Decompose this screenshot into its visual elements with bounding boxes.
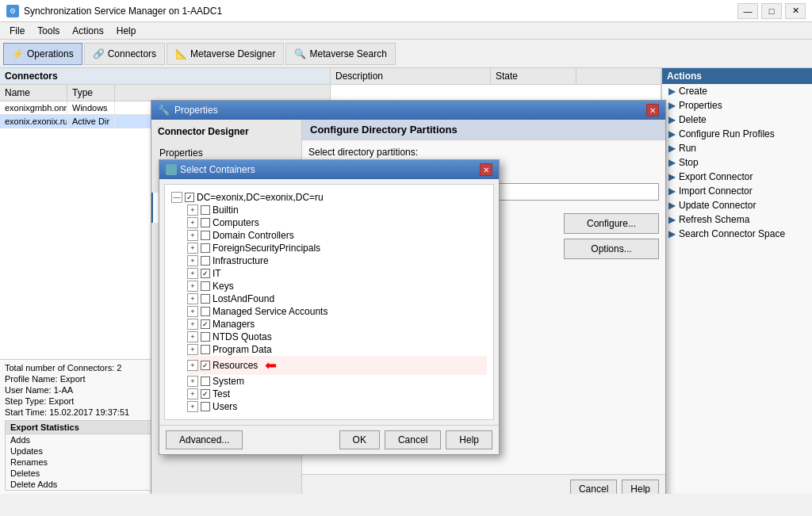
cancel-button-sc[interactable]: Cancel [385, 430, 441, 449]
tree-item-11[interactable]: + Program Data [187, 343, 487, 356]
tree-item-7[interactable]: + LostAndFound [187, 292, 487, 305]
checkbox-14[interactable]: ✓ [201, 389, 210, 399]
tree-item-8[interactable]: + Managed Service Accounts [187, 305, 487, 318]
tree-item-5[interactable]: + ✓ IT [187, 267, 487, 280]
expand-btn-15[interactable]: + [187, 401, 198, 412]
checkbox-3[interactable] [201, 243, 210, 253]
operations-button[interactable]: ⚡ Operations [3, 43, 82, 65]
checkbox-8[interactable] [201, 307, 210, 316]
connectors-button[interactable]: 🔗 Connectors [84, 43, 165, 65]
checkbox-0[interactable] [201, 205, 210, 215]
metaverse-designer-icon: 📐 [175, 48, 187, 59]
action-search-connector-space[interactable]: ▶ Search Connector Space [662, 227, 812, 241]
maximize-button[interactable]: □ [761, 3, 782, 19]
expand-btn-1[interactable]: + [187, 217, 198, 228]
action-configure-run-profiles[interactable]: ▶ Configure Run Profiles [662, 127, 812, 141]
root-checkbox[interactable]: ✓ [185, 193, 194, 202]
tree-item-3[interactable]: + ForeignSecurityPrincipals [187, 242, 487, 254]
tree-item-2[interactable]: + Domain Controllers [187, 229, 487, 242]
connector-type-1: Windows [67, 101, 115, 114]
checkbox-6[interactable] [201, 281, 210, 291]
window-title: Synchronization Service Manager on 1-AAD… [24, 6, 222, 17]
action-export-connector[interactable]: ▶ Export Connector [662, 170, 812, 184]
connectors-icon: 🔗 [93, 48, 105, 59]
menu-file[interactable]: File [3, 24, 31, 38]
action-update-connector[interactable]: ▶ Update Connector [662, 198, 812, 212]
minimize-button[interactable]: — [737, 3, 758, 19]
tree-item-6[interactable]: + Keys [187, 280, 487, 292]
checkbox-5[interactable]: ✓ [201, 269, 210, 278]
action-create[interactable]: ▶ Create [662, 84, 812, 98]
refresh-schema-icon: ▶ [668, 214, 676, 225]
root-expand-btn[interactable]: — [171, 192, 182, 203]
expand-btn-14[interactable]: + [187, 388, 198, 399]
tree-item-10[interactable]: + NTDS Quotas [187, 331, 487, 343]
options-button[interactable]: Options... [564, 239, 659, 259]
action-delete[interactable]: ▶ Delete [662, 113, 812, 127]
update-connector-icon: ▶ [668, 200, 676, 211]
configure-button[interactable]: Configure... [564, 213, 659, 234]
tree-item-14[interactable]: + ✓ Test [187, 388, 487, 400]
expand-btn-9[interactable]: + [187, 319, 198, 330]
checkbox-10[interactable] [201, 332, 210, 342]
checkbox-9[interactable]: ✓ [201, 319, 210, 329]
expand-btn-0[interactable]: + [187, 204, 198, 216]
menu-help[interactable]: Help [110, 24, 143, 38]
expand-btn-10[interactable]: + [187, 331, 198, 342]
checkbox-1[interactable] [201, 218, 210, 227]
action-run[interactable]: ▶ Run [662, 141, 812, 155]
tree-item-4[interactable]: + Infrastructure [187, 254, 487, 267]
expand-btn-13[interactable]: + [187, 376, 198, 387]
menu-actions[interactable]: Actions [66, 24, 109, 38]
menu-bar: File Tools Actions Help [0, 22, 812, 40]
menu-tools[interactable]: Tools [31, 24, 66, 38]
select-containers-dialog: Select Containers ✕ — ✓ DC=exonix,DC=exo… [159, 159, 500, 455]
tree-item-0[interactable]: + Builtin [187, 204, 487, 216]
expand-btn-12[interactable]: + [187, 360, 198, 371]
checkbox-15[interactable] [201, 402, 210, 411]
select-containers-close[interactable]: ✕ [480, 163, 492, 176]
metaverse-search-button[interactable]: 🔍 Metaverse Search [285, 43, 395, 65]
checkbox-4[interactable] [201, 256, 210, 266]
action-stop[interactable]: ▶ Stop [662, 155, 812, 170]
label-11: Program Data [213, 344, 272, 355]
expand-btn-4[interactable]: + [187, 255, 198, 266]
checkbox-2[interactable] [201, 231, 210, 240]
tree-item-13[interactable]: + System [187, 375, 487, 388]
checkbox-13[interactable] [201, 376, 210, 386]
advanced-button[interactable]: Advanced... [166, 430, 243, 449]
expand-btn-8[interactable]: + [187, 306, 198, 317]
tree-item-15[interactable]: + Users [187, 400, 487, 413]
expand-btn-7[interactable]: + [187, 293, 198, 304]
dialog-help-button[interactable]: Help [622, 480, 659, 494]
expand-btn-2[interactable]: + [187, 230, 198, 241]
properties-dialog-close[interactable]: ✕ [646, 104, 659, 117]
label-15: Users [213, 401, 237, 412]
ok-button[interactable]: OK [339, 430, 380, 449]
action-refresh-schema[interactable]: ▶ Refresh Schema [662, 212, 812, 227]
metaverse-designer-button[interactable]: 📐 Metaverse Designer [167, 43, 284, 65]
expand-btn-11[interactable]: + [187, 344, 198, 355]
action-import-connector[interactable]: ▶ Import Connector [662, 184, 812, 198]
checkbox-7[interactable] [201, 294, 210, 304]
tree-item-9[interactable]: + ✓ Managers [187, 318, 487, 331]
close-button[interactable]: ✕ [785, 3, 806, 19]
tree-root[interactable]: — ✓ DC=exonix,DC=exonix,DC=ru [171, 191, 487, 204]
action-properties[interactable]: ▶ Properties [662, 98, 812, 113]
dialog-cancel-button[interactable]: Cancel [570, 480, 617, 494]
label-1: Computers [213, 217, 259, 228]
tree-item-1[interactable]: + Computers [187, 216, 487, 229]
checkbox-12[interactable]: ✓ [201, 361, 210, 370]
expand-btn-3[interactable]: + [187, 243, 198, 254]
expand-btn-6[interactable]: + [187, 281, 198, 292]
label-14: Test [213, 388, 230, 399]
label-12: Resources [213, 360, 258, 371]
label-4: Infrastructure [213, 255, 269, 266]
checkbox-11[interactable] [201, 345, 210, 354]
expand-btn-5[interactable]: + [187, 268, 198, 279]
connectors-label: Connectors [108, 48, 156, 59]
configure-run-profiles-icon: ▶ [668, 128, 676, 140]
properties-icon: ▶ [668, 100, 676, 111]
help-button-sc[interactable]: Help [446, 430, 492, 449]
tree-item-12[interactable]: + ✓ Resources ⬅ [187, 356, 487, 375]
